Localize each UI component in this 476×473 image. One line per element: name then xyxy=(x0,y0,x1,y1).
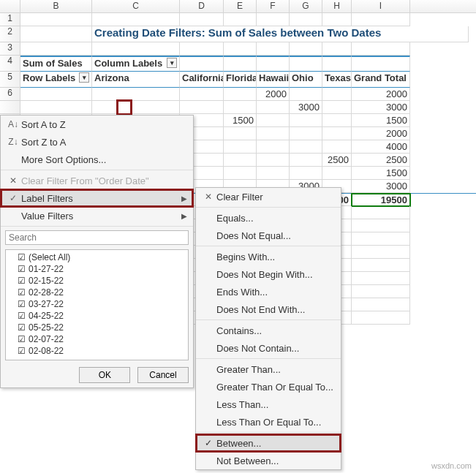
list-item[interactable]: 02-15-22 xyxy=(7,275,186,287)
column-labels-cell[interactable]: Column Labels▾ xyxy=(92,56,180,72)
sum-of-sales-label[interactable]: Sum of Sales xyxy=(20,56,92,72)
label-filters-submenu: ✕Clear Filter Equals... Does Not Equal..… xyxy=(195,187,341,470)
col-header-G[interactable]: G xyxy=(290,0,322,12)
chevron-right-icon: ▶ xyxy=(181,194,189,203)
submenu-greater-than-or-equal[interactable]: Greater Than Or Equal To... xyxy=(196,378,341,396)
submenu-does-not-end-with[interactable]: Does Not End With... xyxy=(196,300,341,318)
filter-menu: A↓Sort A to Z Z↓Sort Z to A More Sort Op… xyxy=(0,115,194,388)
search-input[interactable] xyxy=(5,230,189,245)
check-icon: ✓ xyxy=(5,193,21,203)
more-sort-options[interactable]: More Sort Options... xyxy=(1,151,193,168)
row-header-1[interactable]: 1 xyxy=(0,13,20,26)
list-item[interactable]: 01-27-22 xyxy=(7,263,186,275)
submenu-between[interactable]: ✓Between... xyxy=(196,434,341,452)
submenu-less-than[interactable]: Less Than... xyxy=(196,396,341,413)
submenu-equals[interactable]: Equals... xyxy=(196,209,341,227)
row-4: 4 Sum of Sales Column Labels▾ xyxy=(0,56,476,72)
submenu-begins-with[interactable]: Begins With... xyxy=(196,248,341,265)
check-icon: ✓ xyxy=(200,438,216,448)
column-labels-filter-icon[interactable]: ▾ xyxy=(167,58,177,68)
row-1: 1 xyxy=(0,13,476,26)
submenu-contains[interactable]: Contains... xyxy=(196,322,341,339)
submenu-less-than-or-equal[interactable]: Less Than Or Equal To... xyxy=(196,413,341,431)
sort-az-icon: A↓ xyxy=(5,119,21,129)
list-item[interactable]: 02-08-22 xyxy=(7,345,186,357)
row-5: 5 Row Labels▾ Arizona California Florida… xyxy=(0,72,476,88)
row-2: 2 Creating Date Filters: Sum of Sales be… xyxy=(0,26,476,42)
list-item[interactable]: 02-28-22 xyxy=(7,287,186,298)
submenu-clear-filter[interactable]: ✕Clear Filter xyxy=(196,188,341,205)
col-california[interactable]: California xyxy=(180,72,224,88)
chevron-right-icon: ▶ xyxy=(181,212,189,220)
col-florida[interactable]: Florida xyxy=(224,72,257,88)
clear-filter-from[interactable]: ✕Clear Filter From "Order Date" xyxy=(1,172,193,189)
submenu-does-not-contain[interactable]: Does Not Contain... xyxy=(196,339,341,357)
sort-za-icon: Z↓ xyxy=(5,137,21,147)
submenu-ends-with[interactable]: Ends With... xyxy=(196,283,341,300)
row-3: 3 xyxy=(0,42,476,56)
sort-a-to-z[interactable]: A↓Sort A to Z xyxy=(1,116,193,133)
value-filters[interactable]: Value Filters▶ xyxy=(1,207,193,224)
clear-filter-icon: ✕ xyxy=(200,192,216,202)
clear-filter-icon: ✕ xyxy=(5,175,21,186)
row-header-5[interactable]: 5 xyxy=(0,72,20,88)
list-item[interactable]: (Select All) xyxy=(7,251,186,263)
submenu-does-not-begin-with[interactable]: Does Not Begin With... xyxy=(196,265,341,283)
row-header-2[interactable]: 2 xyxy=(0,26,20,42)
col-grand-total[interactable]: Grand Total xyxy=(352,72,410,88)
search-row xyxy=(1,228,193,247)
label-filters[interactable]: ✓Label Filters▶ xyxy=(1,189,193,207)
col-header-E[interactable]: E xyxy=(224,0,257,12)
list-item[interactable]: 04-25-22 xyxy=(7,310,186,322)
column-headers: B C D E F G H I xyxy=(0,0,476,13)
watermark: wsxdn.com xyxy=(431,461,472,470)
submenu-not-between[interactable]: Not Between... xyxy=(196,452,341,469)
col-arizona[interactable]: Arizona xyxy=(92,72,180,88)
ok-button[interactable]: OK xyxy=(79,367,130,383)
col-header-H[interactable]: H xyxy=(322,0,352,12)
row-6: 6 2000 2000 xyxy=(0,88,476,101)
col-header-C[interactable]: C xyxy=(92,0,180,12)
filter-checklist[interactable]: (Select All) 01-27-22 02-15-22 02-28-22 … xyxy=(5,249,189,360)
col-header-I[interactable]: I xyxy=(352,0,410,12)
submenu-greater-than[interactable]: Greater Than... xyxy=(196,360,341,378)
col-header-B[interactable]: B xyxy=(20,0,92,12)
sort-z-to-a[interactable]: Z↓Sort Z to A xyxy=(1,133,193,151)
row-header-4[interactable]: 4 xyxy=(0,56,20,72)
row-labels-cell[interactable]: Row Labels▾ xyxy=(20,72,92,88)
col-header-F[interactable]: F xyxy=(257,0,290,12)
submenu-does-not-equal[interactable]: Does Not Equal... xyxy=(196,227,341,244)
row-header-6[interactable]: 6 xyxy=(0,88,20,101)
list-item[interactable]: 05-25-22 xyxy=(7,322,186,333)
selected-cell[interactable]: 19500 xyxy=(352,194,410,206)
list-item[interactable]: 02-07-22 xyxy=(7,333,186,345)
row-labels-filter-icon[interactable]: ▾ xyxy=(79,72,89,83)
col-hawaii[interactable]: Hawaii xyxy=(257,72,290,88)
corner-cell[interactable] xyxy=(0,0,20,12)
col-texas[interactable]: Texas xyxy=(322,72,352,88)
page-title: Creating Date Filters: Sum of Sales betw… xyxy=(92,26,410,42)
row-header-3[interactable]: 3 xyxy=(0,42,20,56)
list-item[interactable]: 03-27-22 xyxy=(7,298,186,310)
col-header-D[interactable]: D xyxy=(180,0,224,12)
cancel-button[interactable]: Cancel xyxy=(137,367,189,383)
col-ohio[interactable]: Ohio xyxy=(290,72,322,88)
